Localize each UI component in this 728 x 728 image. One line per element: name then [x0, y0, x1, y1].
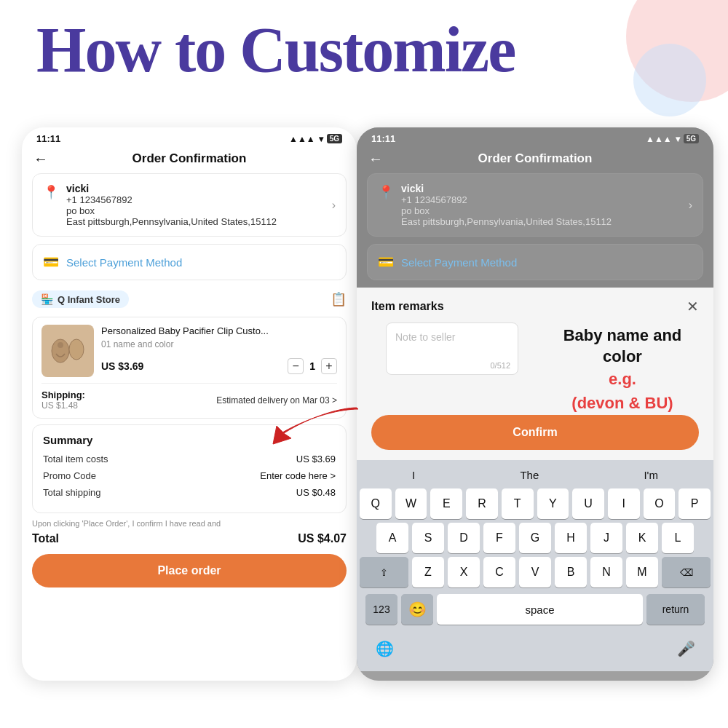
key-v[interactable]: V	[519, 557, 551, 587]
address-chevron-icon: ›	[332, 199, 336, 212]
payment-row-right[interactable]: 💳 Select Payment Method	[367, 244, 703, 280]
promo-val: Enter code here >	[260, 470, 336, 481]
svg-point-3	[58, 342, 63, 348]
address-card-left[interactable]: 📍 vicki +1 1234567892 po box East pittsb…	[32, 173, 347, 237]
shipping-summary-val: US $0.48	[296, 487, 336, 498]
keyboard-row-2: A S D F G H J K L	[360, 523, 711, 553]
key-z[interactable]: Z	[412, 557, 444, 587]
wifi-icon-right: ▾	[676, 134, 680, 144]
keyboard-row-1: Q W E R T Y U I O P	[360, 488, 711, 519]
item-remarks-panel: Item remarks ✕ Note to seller 0/512 Baby…	[357, 288, 713, 460]
signal-icon-right: ▲▲▲	[646, 134, 672, 144]
key-d[interactable]: D	[448, 523, 480, 553]
note-icon[interactable]: 📋	[331, 291, 347, 307]
remarks-title: Item remarks	[371, 300, 444, 313]
key-backspace[interactable]: ⌫	[662, 557, 711, 587]
address-name: vicki	[66, 183, 277, 194]
key-l[interactable]: L	[662, 523, 694, 553]
suggestion-the[interactable]: The	[513, 467, 546, 483]
qty-decrease[interactable]: −	[288, 358, 304, 374]
key-globe[interactable]: 🌐	[368, 633, 400, 664]
nav-bar-left: ← Order Confirmation	[22, 147, 357, 173]
product-card: Personalized Baby Pacifier Clip Custo...…	[32, 317, 347, 419]
remarks-header: Item remarks ✕	[357, 288, 713, 323]
qty-controls: − 1 +	[288, 358, 337, 374]
place-order-button[interactable]: Place order	[32, 554, 347, 587]
address-card-right[interactable]: 📍 vicki +1 1234567892 po box East pittsb…	[367, 173, 703, 237]
key-f[interactable]: F	[483, 523, 515, 553]
key-i[interactable]: I	[608, 488, 640, 519]
key-mic[interactable]: 🎤	[670, 633, 702, 664]
key-123[interactable]: 123	[365, 594, 397, 625]
baby-name-example-line1: e.g.	[542, 367, 703, 391]
battery-icon-right: 5G	[684, 134, 699, 143]
svg-point-2	[69, 339, 84, 360]
key-p[interactable]: P	[678, 488, 711, 519]
left-phone-screenshot: 11:11 ▲▲▲ ▾ 5G ← Order Confirmation 📍 vi…	[22, 127, 357, 681]
summary-item-val: US $3.69	[296, 454, 336, 464]
right-phone-screenshot: 11:11 ▲▲▲ ▾ 5G ← Order Confirmation 📍 vi…	[357, 127, 713, 681]
key-e[interactable]: E	[430, 488, 462, 519]
key-a[interactable]: A	[376, 523, 408, 553]
key-return[interactable]: return	[646, 594, 705, 625]
right-address-chevron: ›	[689, 199, 692, 212]
key-emoji[interactable]: 😊	[401, 594, 433, 625]
store-row: 🏪 Q Infant Store 📋	[32, 288, 347, 311]
address-phone: +1 1234567892	[66, 194, 277, 205]
summary-shipping: Total shipping US $0.48	[43, 487, 336, 498]
payment-row-left[interactable]: 💳 Select Payment Method	[32, 244, 347, 280]
key-x[interactable]: X	[448, 557, 480, 587]
disclaimer-text: Upon clicking 'Place Order', I confirm I…	[32, 519, 347, 528]
keyboard-footer: 🌐 🎤	[360, 630, 711, 668]
total-value: US $4.07	[298, 532, 347, 545]
key-k[interactable]: K	[626, 523, 658, 553]
product-row: Personalized Baby Pacifier Clip Custo...…	[41, 325, 337, 377]
suggestion-im[interactable]: I'm	[636, 467, 665, 483]
keyboard-row-3: ⇧ Z X C V B N M ⌫	[360, 557, 711, 587]
keyboard-bottom-row: 123 😊 space return	[360, 591, 711, 630]
shipping-row: Shipping: US $1.48 Estimated delivery on…	[41, 383, 337, 411]
summary-promo[interactable]: Promo Code Enter code here >	[43, 470, 336, 481]
product-thumbnail	[41, 325, 94, 377]
key-o[interactable]: O	[644, 488, 676, 519]
key-y[interactable]: Y	[537, 488, 569, 519]
key-q[interactable]: Q	[360, 488, 392, 519]
key-space[interactable]: space	[437, 594, 643, 625]
remarks-close-button[interactable]: ✕	[687, 298, 699, 315]
key-s[interactable]: S	[412, 523, 444, 553]
battery-icon: 5G	[327, 134, 342, 143]
wifi-icon: ▾	[319, 134, 323, 144]
key-b[interactable]: B	[555, 557, 587, 587]
key-shift[interactable]: ⇧	[360, 557, 408, 587]
note-to-seller-input[interactable]: Note to seller 0/512	[386, 323, 518, 375]
suggestion-i[interactable]: I	[405, 467, 422, 483]
summary-item-costs: Total item costs US $3.69	[43, 454, 336, 464]
key-u[interactable]: U	[572, 488, 604, 519]
location-icon-right: 📍	[378, 184, 394, 200]
page-title-left: Order Confirmation	[132, 151, 247, 166]
key-t[interactable]: T	[502, 488, 534, 519]
store-name: Q Infant Store	[58, 294, 120, 305]
back-button-left[interactable]: ←	[33, 151, 48, 167]
bg-decoration-blue	[633, 44, 706, 116]
key-h[interactable]: H	[555, 523, 587, 553]
summary-title: Summary	[43, 434, 336, 446]
key-r[interactable]: R	[466, 488, 498, 519]
confirm-button[interactable]: Confirm	[371, 415, 699, 450]
key-n[interactable]: N	[590, 557, 622, 587]
main-title: How to Customize	[36, 13, 515, 87]
qty-increase[interactable]: +	[321, 358, 337, 374]
back-button-right[interactable]: ←	[368, 151, 383, 167]
key-m[interactable]: M	[626, 557, 658, 587]
product-name: Personalized Baby Pacifier Clip Custo...	[101, 325, 337, 338]
address-info-right: vicki +1 1234567892 po box East pittsbur…	[401, 183, 612, 227]
address-line1: po box	[66, 205, 277, 216]
store-icon: 🏪	[41, 293, 53, 305]
key-c[interactable]: C	[483, 557, 515, 587]
nav-bar-right: ← Order Confirmation	[357, 147, 713, 173]
key-w[interactable]: W	[395, 488, 427, 519]
right-address-name: vicki	[401, 183, 612, 194]
note-placeholder: Note to seller	[395, 331, 455, 343]
key-g[interactable]: G	[519, 523, 551, 553]
key-j[interactable]: J	[590, 523, 622, 553]
